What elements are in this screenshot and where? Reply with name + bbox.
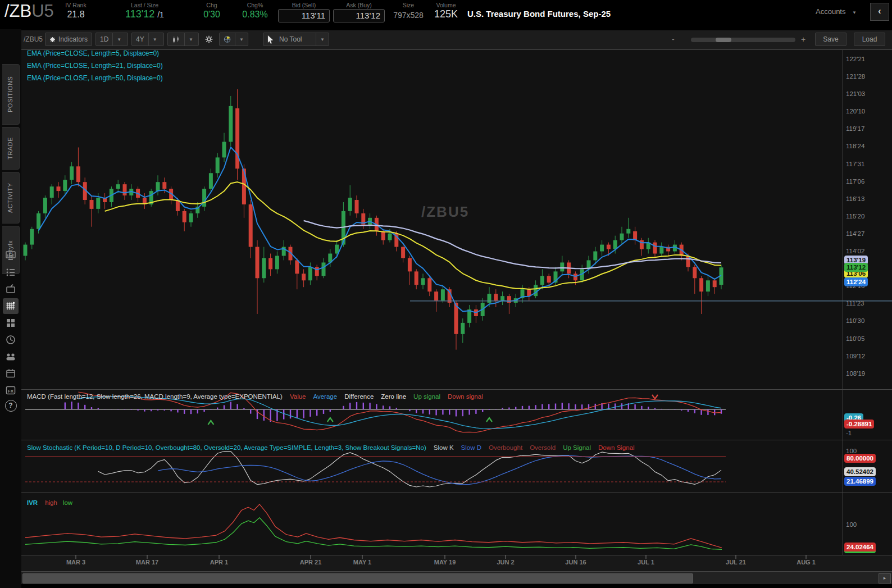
stoch-legend: Slow KSlow DOverboughtOversoldUp SignalD… [434, 444, 635, 451]
price-tick-label: 114'02 [846, 248, 864, 254]
macd-legend-item-up-signal: Up signal [413, 393, 440, 400]
macd-axis-label: -0.28891 [844, 420, 874, 429]
macd-legend-item-value: Value [290, 393, 306, 400]
time-axis-label: APR 1 [210, 559, 228, 566]
stoch-legend-item-slow-k: Slow K [434, 444, 454, 451]
ivr-legend-item-high: high [45, 499, 57, 506]
ema21-study-label[interactable]: EMA (Price=CLOSE, Length=21, Displace=0) [27, 62, 163, 70]
price-tick-label: 109'12 [846, 353, 865, 359]
time-axis-label: JUL 1 [638, 559, 654, 566]
stoch-study-label[interactable]: Slow Stochastic (K Period=10, D Period=1… [27, 444, 426, 451]
price-tick-label: 117'06 [846, 178, 864, 185]
time-axis-label: AUG 1 [797, 559, 816, 566]
macd-label-row: MACD (Fast length=12, Slow length=26, MA… [27, 393, 483, 400]
price-tick-label: 110'30 [846, 317, 864, 324]
stoch-legend-item-oversold: Oversold [530, 444, 556, 451]
ivr-study-label[interactable]: IVR [27, 499, 38, 506]
ivr-label-row: IVR highlow [27, 499, 72, 506]
ivr-axis-label: 100 [846, 521, 857, 528]
time-axis-label: APR 21 [300, 559, 322, 566]
price-tick-label: 115'20 [846, 213, 864, 220]
ivr-legend: highlow [45, 499, 72, 506]
time-axis-label: MAY 19 [434, 559, 456, 566]
ema5-study-label[interactable]: EMA (Price=CLOSE, Length=5, Displace=0) [27, 49, 159, 57]
time-axis-label: MAR 17 [136, 559, 158, 566]
stoch-legend-item-overbought: Overbought [489, 444, 522, 451]
stoch-legend-item-down-signal: Down Signal [598, 444, 635, 451]
price-tick-label: 108'19 [846, 370, 865, 377]
macd-legend-item-difference: Difference [344, 393, 374, 400]
price-tick-label: 116'13 [846, 195, 864, 202]
ema50-study-label[interactable]: EMA (Price=CLOSE, Length=50, Displace=0) [27, 74, 163, 82]
price-tick-label: 119'17 [846, 125, 864, 132]
price-tick-label: 110'05 [846, 335, 864, 342]
price-tick-label: 114'27 [846, 230, 864, 237]
stoch-label-row: Slow Stochastic (K Period=10, D Period=1… [27, 444, 635, 451]
chart-overlays: EMA (Price=CLOSE, Length=5, Displace=0) … [0, 0, 892, 588]
macd-study-label[interactable]: MACD (Fast length=12, Slow length=26, MA… [27, 393, 283, 400]
stoch-legend-item-up-signal: Up Signal [563, 444, 591, 451]
macd-legend-item-average: Average [313, 393, 337, 400]
price-tick-label: 117'31 [846, 161, 864, 167]
stoch-legend-item-slow-d: Slow D [461, 444, 481, 451]
macd-legend-item-down-signal: Down signal [448, 393, 483, 400]
price-tick-label: 118'24 [846, 143, 864, 149]
ivr-legend-item-low: low [63, 499, 72, 506]
price-tick-label: 121'03 [846, 90, 865, 97]
macd-axis-label: -1 [846, 430, 852, 436]
price-tick-label: 122'21 [846, 56, 865, 62]
time-axis-label: JUN 16 [565, 559, 586, 566]
time-axis-label: MAY 1 [353, 559, 371, 566]
price-value-tag: 113'12 [844, 263, 868, 272]
macd-legend: ValueAverageDifferenceZero lineUp signal… [290, 393, 483, 400]
ivr-axis-label: 24.02464 [844, 543, 876, 553]
price-tick-label: 121'28 [846, 73, 865, 80]
price-tick-label: 111'23 [846, 300, 864, 307]
price-value-tag: 112'24 [844, 277, 868, 286]
time-axis-label: JUL 21 [726, 559, 746, 566]
time-axis-label: JUN 2 [497, 559, 514, 566]
time-axis-label: MAR 3 [66, 559, 85, 566]
price-tick-label: 120'10 [846, 108, 865, 115]
stoch-axis-label: 21.46899 [844, 477, 876, 486]
stoch-axis-label: 80.00000 [844, 454, 876, 463]
macd-legend-item-zero-line: Zero line [381, 393, 406, 400]
stoch-axis-label: 40.52402 [844, 467, 876, 476]
trading-platform-window: /ZBU5 IV Rank 21.8 Last / Size 113'12 /1… [0, 0, 892, 588]
